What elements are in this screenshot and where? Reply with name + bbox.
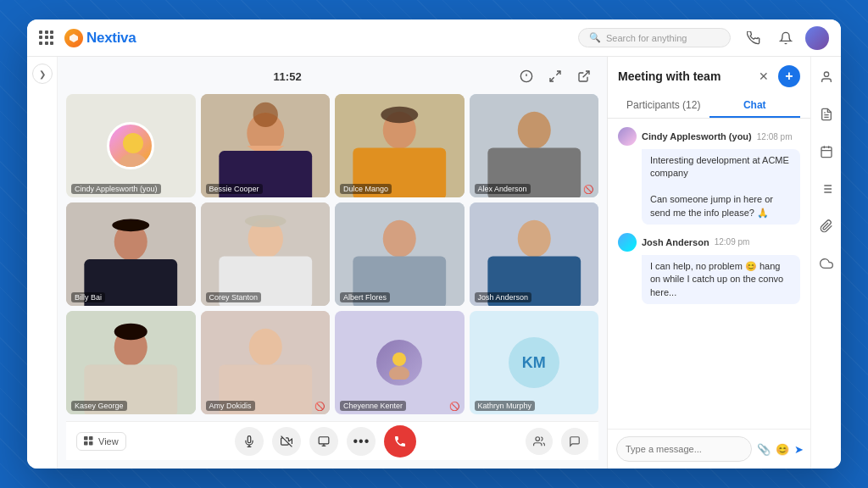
call-controls-right (526, 428, 588, 455)
chat-area: Cindy Applesworth (you) 12:08 pm Interes… (608, 119, 810, 429)
participant-name-kasey: Kasey George (71, 401, 127, 411)
svg-rect-52 (84, 436, 88, 441)
more-btn[interactable]: ••• (347, 427, 376, 456)
video-off-btn[interactable] (272, 427, 301, 456)
participant-name-alex: Alex Anderson (475, 184, 531, 194)
chat-avatar-josh (618, 233, 637, 252)
panel-tabs: Participants (12) Chat (608, 87, 810, 119)
panel-title: Meeting with team (618, 69, 721, 83)
chat-message-josh: Josh Anderson 12:09 pm I can help, no pr… (618, 233, 800, 304)
video-cell-billy[interactable]: Billy Bai (66, 202, 196, 306)
chat-avatar-cindy (618, 127, 637, 146)
collapse-btn[interactable]: ❯ (32, 64, 53, 84)
svg-point-47 (248, 329, 281, 366)
video-cell-bessie[interactable]: Bessie Cooper (201, 94, 331, 197)
video-cell-corey[interactable]: Corey Stanton (201, 202, 331, 306)
participant-name-cindy: Cindy Applesworth (you) (71, 184, 161, 194)
meeting-time: 11:52 (273, 70, 301, 83)
video-controls: View (66, 421, 598, 460)
send-icon[interactable]: ➤ (794, 443, 804, 456)
phone-icon-btn[interactable] (741, 25, 766, 51)
expand-icon-btn[interactable] (544, 65, 566, 87)
bell-icon-btn[interactable] (773, 25, 798, 51)
mic-btn[interactable] (235, 427, 264, 456)
svg-point-63 (824, 72, 828, 76)
chat-bubble-josh: I can help, no problem 😊 hang on while I… (642, 255, 800, 304)
video-cell-kasey[interactable]: Kasey George (66, 311, 196, 414)
emoji-icon[interactable]: 😊 (776, 443, 789, 456)
svg-point-51 (389, 366, 409, 380)
participant-name-kathryn: Kathryn Murphy (475, 401, 536, 411)
svg-rect-66 (821, 147, 832, 158)
participant-name-dulce: Dulce Mango (340, 184, 392, 194)
video-cell-albert[interactable]: Albert Flores (335, 202, 465, 306)
logo: Nextiva (64, 29, 136, 47)
participant-name-amy: Amy Dokidis (206, 401, 255, 411)
mic-off-amy: 🚫 (314, 402, 325, 411)
cloud-icon-btn[interactable] (815, 252, 838, 275)
chat-time-josh: 12:09 pm (715, 237, 750, 247)
list-icon-btn[interactable] (815, 177, 838, 201)
clip-icon-btn[interactable] (815, 214, 838, 238)
participant-name-albert: Albert Flores (340, 292, 390, 302)
video-cell-amy[interactable]: Amy Dokidis 🚫 (201, 311, 331, 414)
notes-icon-btn[interactable] (815, 103, 838, 126)
participant-name-josh: Josh Anderson (475, 292, 532, 302)
right-panel: Meeting with team ✕ + Participants (12) … (607, 57, 810, 469)
svg-point-7 (120, 153, 147, 169)
video-cell-cindy[interactable]: Cindy Applesworth (you) (66, 94, 196, 197)
search-bar[interactable]: 🔍 Search for anything (578, 28, 731, 47)
svg-point-18 (381, 107, 418, 124)
chat-bubble-cindy: Interesting development at ACME company … (642, 149, 800, 225)
app-window: Nextiva 🔍 Search for anything ❯ (27, 19, 841, 469)
info-icon-btn[interactable] (515, 65, 537, 87)
video-cell-dulce[interactable]: Dulce Mango (335, 94, 465, 197)
end-call-btn[interactable] (384, 425, 416, 458)
panel-add-btn[interactable]: + (778, 65, 800, 87)
mic-off-cheyenne: 🚫 (449, 402, 459, 411)
svg-line-5 (583, 71, 589, 77)
main-content: ❯ 11:52 (27, 57, 841, 469)
view-btn[interactable]: View (76, 432, 126, 451)
participant-name-bessie: Bessie Cooper (206, 184, 263, 194)
svg-rect-54 (84, 441, 88, 446)
chat-message-cindy: Cindy Applesworth (you) 12:08 pm Interes… (618, 127, 800, 225)
svg-point-32 (244, 215, 286, 228)
svg-point-38 (517, 220, 550, 258)
svg-point-50 (392, 352, 406, 366)
top-icons (741, 25, 829, 51)
chat-sender-josh: Josh Anderson (642, 237, 709, 247)
chat-time-cindy: 12:08 pm (757, 132, 793, 141)
view-label: View (98, 436, 119, 446)
calendar-icon-btn[interactable] (815, 140, 838, 164)
chat-btn[interactable] (561, 428, 588, 455)
svg-point-20 (517, 112, 550, 149)
svg-point-34 (383, 220, 416, 258)
video-cell-kathryn[interactable]: KM Kathryn Murphy (470, 311, 599, 414)
external-icon-btn[interactable] (573, 65, 595, 87)
participants-btn[interactable] (526, 428, 553, 455)
logo-icon (64, 29, 83, 47)
screen-share-btn[interactable] (309, 427, 338, 456)
chat-input[interactable] (616, 436, 752, 462)
tab-participants[interactable]: Participants (12) (618, 94, 709, 118)
contacts-icon-btn[interactable] (815, 65, 838, 89)
chat-sender-row-josh: Josh Anderson 12:09 pm (618, 233, 800, 252)
chat-input-area: 📎 😊 ➤ (608, 429, 810, 469)
video-header: 11:52 (66, 65, 598, 87)
user-avatar[interactable] (805, 26, 829, 50)
video-cell-alex[interactable]: Alex Anderson 🚫 (470, 94, 599, 197)
video-cell-josh[interactable]: Josh Anderson (470, 202, 599, 306)
attach-icon[interactable]: 📎 (757, 443, 771, 456)
search-placeholder: Search for anything (606, 33, 687, 43)
video-cell-cheyenne[interactable]: Cheyenne Kenter 🚫 (335, 311, 465, 414)
call-controls-center: ••• (235, 425, 416, 458)
panel-header: Meeting with team ✕ + (608, 57, 810, 87)
svg-line-4 (550, 77, 554, 81)
panel-close-btn[interactable]: ✕ (754, 67, 773, 86)
svg-rect-53 (89, 436, 93, 441)
grid-icon[interactable] (39, 30, 54, 46)
tab-chat[interactable]: Chat (709, 94, 801, 118)
search-icon: 🔍 (589, 32, 601, 43)
mic-off-alex: 🚫 (583, 185, 593, 194)
